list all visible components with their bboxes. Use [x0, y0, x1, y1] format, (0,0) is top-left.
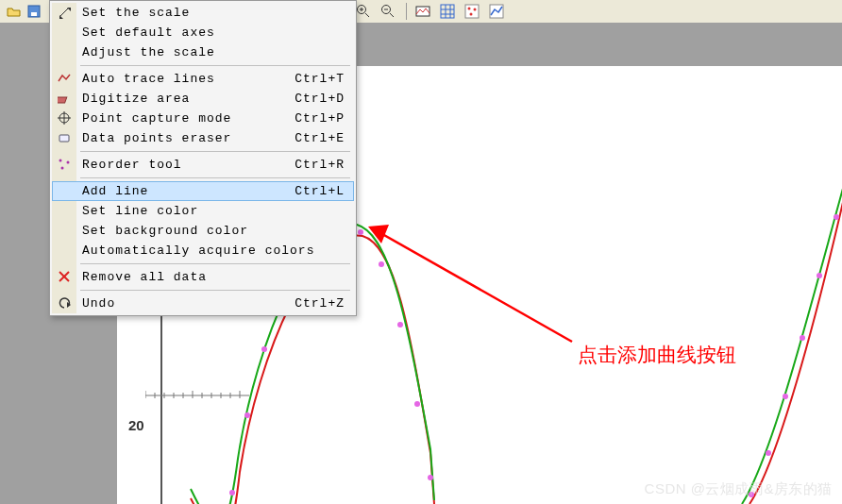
menu-item-add-line[interactable]: Add lineCtrl+L — [52, 181, 354, 201]
menu-item-shortcut: Ctrl+R — [295, 158, 345, 172]
menu-item-label: Adjust the scale — [82, 45, 215, 59]
trace-icon — [57, 71, 72, 86]
menu-item-label: Add line — [82, 184, 148, 198]
menu-item-label: Auto trace lines — [82, 72, 215, 86]
svg-point-59 — [59, 160, 62, 162]
zoom-out-icon[interactable] — [379, 2, 397, 21]
menu-separator — [80, 65, 350, 66]
svg-line-65 — [376, 230, 572, 342]
points-icon[interactable] — [463, 2, 481, 21]
menu-item-set-line-color[interactable]: Set line color — [52, 201, 354, 221]
svg-line-51 — [59, 8, 69, 17]
svg-point-47 — [783, 394, 788, 399]
menu-item-automatically-acquire-colors[interactable]: Automatically acquire colors — [52, 241, 354, 260]
menu-separator — [80, 263, 350, 264]
svg-point-43 — [414, 401, 420, 407]
scale-icon — [57, 5, 72, 20]
menu-item-undo[interactable]: UndoCtrl+Z — [52, 294, 354, 313]
menu-item-label: Set the scale — [82, 6, 190, 20]
svg-rect-58 — [59, 135, 69, 142]
menu-item-point-capture-mode[interactable]: Point capture modeCtrl+P — [52, 109, 354, 128]
svg-point-46 — [766, 450, 771, 456]
svg-point-17 — [474, 8, 477, 11]
menu-item-label: Set line color — [82, 204, 198, 218]
menu-item-shortcut: Ctrl+E — [295, 131, 345, 145]
menu-item-digitize-area[interactable]: Digitize areaCtrl+D — [52, 89, 354, 109]
menu-item-set-the-scale[interactable]: Set the scale — [52, 3, 354, 23]
svg-point-60 — [67, 161, 70, 164]
svg-rect-10 — [441, 5, 454, 18]
zoom-in-icon[interactable] — [354, 2, 373, 21]
svg-line-3 — [365, 13, 369, 17]
menu-item-shortcut: Ctrl+L — [295, 184, 345, 198]
annotation-text: 点击添加曲线按钮 — [578, 342, 736, 368]
open-icon[interactable] — [4, 2, 23, 21]
svg-point-35 — [244, 412, 250, 418]
menu-item-set-background-color[interactable]: Set background color — [52, 221, 354, 241]
svg-point-16 — [468, 8, 471, 10]
watermark: CSDN @云烟成雨&房东的猫 — [645, 480, 833, 498]
menu-item-shortcut: Ctrl+Z — [295, 296, 345, 311]
context-menu: Set the scaleSet default axesAdjust the … — [49, 0, 357, 316]
reorder-icon — [57, 157, 72, 172]
undo-icon — [57, 295, 72, 311]
menu-item-label: Point capture mode — [82, 111, 231, 126]
digitize-icon — [57, 91, 72, 106]
svg-point-50 — [834, 214, 839, 220]
svg-point-18 — [470, 13, 473, 16]
menu-item-auto-trace-lines[interactable]: Auto trace linesCtrl+T — [52, 69, 354, 89]
svg-point-49 — [817, 273, 822, 278]
svg-point-48 — [800, 335, 805, 341]
menu-separator — [80, 177, 350, 178]
svg-marker-66 — [368, 225, 389, 244]
svg-point-36 — [261, 346, 267, 352]
menu-item-label: Remove all data — [82, 270, 207, 284]
svg-point-44 — [428, 475, 433, 480]
grid-icon[interactable] — [438, 2, 457, 21]
menu-item-reorder-tool[interactable]: Reorder toolCtrl+R — [52, 155, 354, 175]
eraser-icon — [57, 130, 72, 145]
menu-item-remove-all-data[interactable]: Remove all data — [52, 267, 354, 287]
separator — [406, 3, 407, 20]
menu-item-label: Data points eraser — [82, 131, 231, 145]
save-icon[interactable] — [25, 2, 43, 21]
svg-point-34 — [229, 490, 235, 496]
menu-item-adjust-the-scale[interactable]: Adjust the scale — [52, 42, 354, 62]
gallery-icon[interactable] — [413, 2, 432, 21]
menu-item-shortcut: Ctrl+T — [295, 72, 345, 86]
menu-separator — [80, 151, 350, 152]
menu-item-label: Automatically acquire colors — [82, 244, 314, 258]
chart-icon[interactable] — [487, 2, 506, 21]
svg-line-7 — [390, 13, 394, 17]
svg-rect-54 — [58, 97, 67, 103]
capture-icon — [57, 110, 72, 126]
menu-item-label: Set background color — [82, 224, 248, 238]
menu-item-label: Undo — [82, 296, 115, 311]
menu-item-label: Set default axes — [82, 25, 215, 40]
menu-item-label: Reorder tool — [82, 158, 182, 172]
menu-item-set-default-axes[interactable]: Set default axes — [52, 23, 354, 42]
annotation-arrow — [357, 200, 593, 370]
menu-item-label: Digitize area — [82, 92, 190, 106]
menu-item-shortcut: Ctrl+D — [295, 92, 345, 106]
svg-rect-15 — [465, 5, 479, 18]
menu-item-shortcut: Ctrl+P — [295, 111, 345, 126]
menu-item-data-points-eraser[interactable]: Data points eraserCtrl+E — [52, 128, 354, 148]
remove-icon — [57, 269, 72, 284]
svg-point-61 — [61, 167, 64, 170]
svg-rect-1 — [31, 12, 37, 16]
menu-separator — [80, 290, 350, 291]
